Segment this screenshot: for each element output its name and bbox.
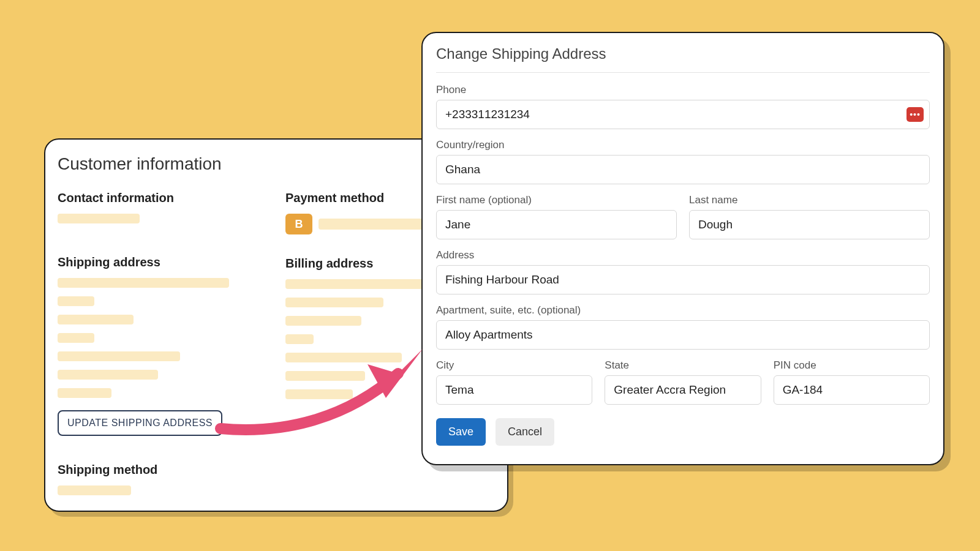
shipping-address-heading: Shipping address xyxy=(58,255,267,269)
last-name-label: Last name xyxy=(689,194,930,206)
state-input[interactable] xyxy=(605,375,761,405)
address-input[interactable] xyxy=(436,265,930,294)
modal-title: Change Shipping Address xyxy=(436,45,930,73)
phone-label: Phone xyxy=(436,84,930,96)
redacted-line xyxy=(58,370,158,380)
pin-input[interactable] xyxy=(774,375,930,405)
city-label: City xyxy=(436,359,592,372)
redacted-line xyxy=(58,333,94,343)
shipping-method-heading: Shipping method xyxy=(58,463,495,477)
payment-brand-badge: B xyxy=(285,214,312,234)
first-name-label: First name (optional) xyxy=(436,194,677,206)
redacted-line xyxy=(58,214,140,223)
redacted-line xyxy=(285,389,353,399)
change-shipping-address-modal: Change Shipping Address Phone ••• Countr… xyxy=(421,32,944,465)
redacted-line xyxy=(285,279,426,289)
first-name-input[interactable] xyxy=(436,210,677,239)
redacted-line xyxy=(285,298,383,307)
country-label: Country/region xyxy=(436,139,930,151)
redacted-line xyxy=(58,388,111,398)
update-shipping-address-button[interactable]: UPDATE SHIPPING ADDRESS xyxy=(58,410,222,436)
redacted-line xyxy=(58,278,229,288)
redacted-line xyxy=(285,316,361,326)
last-name-input[interactable] xyxy=(689,210,930,239)
save-button[interactable]: Save xyxy=(436,418,486,446)
redacted-line xyxy=(285,371,365,381)
redacted-line xyxy=(58,315,134,324)
redacted-line xyxy=(58,296,94,306)
country-input[interactable] xyxy=(436,155,930,184)
contact-info-heading: Contact information xyxy=(58,191,267,205)
pin-label: PIN code xyxy=(774,359,930,372)
apartment-input[interactable] xyxy=(436,320,930,350)
city-input[interactable] xyxy=(436,375,592,405)
cancel-button[interactable]: Cancel xyxy=(496,418,554,446)
address-label: Address xyxy=(436,249,930,261)
redacted-line xyxy=(58,485,131,495)
redacted-line xyxy=(285,353,402,362)
autofill-badge-icon[interactable]: ••• xyxy=(907,107,924,122)
apartment-label: Apartment, suite, etc. (optional) xyxy=(436,304,930,317)
redacted-line xyxy=(285,334,314,344)
state-label: State xyxy=(605,359,761,372)
phone-input[interactable] xyxy=(436,100,930,129)
redacted-line xyxy=(58,351,180,361)
